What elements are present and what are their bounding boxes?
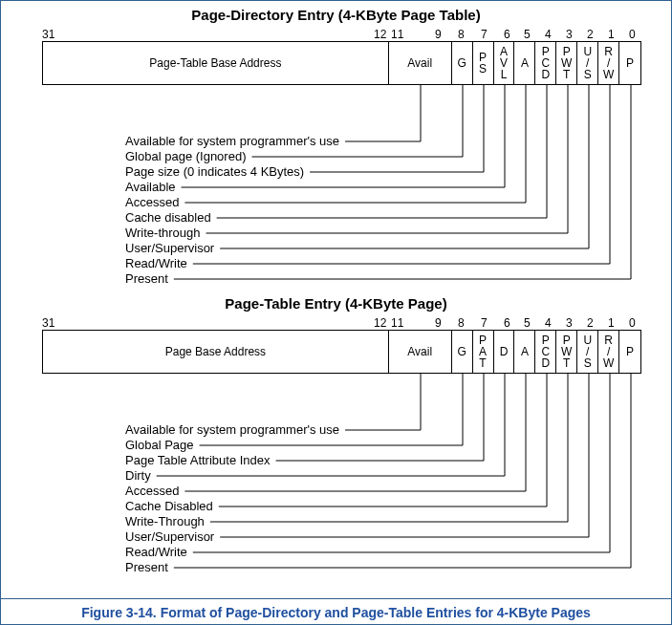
pde-bitnum-6: 6 bbox=[504, 28, 510, 41]
pde-desc-6: Write-through bbox=[125, 226, 201, 239]
pte-pcd: PCD bbox=[535, 331, 556, 373]
pte-desc-3: Dirty bbox=[125, 469, 151, 482]
pde-desc-4: Accessed bbox=[125, 196, 179, 208]
pde-bitnum-3: 3 bbox=[566, 28, 573, 41]
pte-d: D bbox=[494, 331, 515, 373]
pte-bitnum-0: 0 bbox=[629, 316, 636, 330]
pde-bitnum-8: 8 bbox=[458, 28, 465, 41]
pde-desc-3: Available bbox=[125, 181, 176, 193]
pte-base: Page Base Address bbox=[43, 331, 389, 373]
pte-bitnum-6: 6 bbox=[504, 316, 510, 330]
figure-caption: Figure 3-14. Format of Page-Directory an… bbox=[1, 598, 671, 624]
pde-desc-5: Cache disabled bbox=[125, 211, 211, 224]
pte-bitnum-7: 7 bbox=[481, 316, 488, 330]
pte-a: A bbox=[514, 331, 535, 373]
pde-bitnum-5: 5 bbox=[524, 28, 531, 41]
pte-bitnum-1: 1 bbox=[608, 316, 615, 330]
pte-desc-7: User/Supervisor bbox=[125, 530, 214, 543]
pde-bitnum-7: 7 bbox=[481, 28, 488, 41]
pde-desc-9: Present bbox=[125, 272, 168, 285]
pde-bitnum-11: 11 bbox=[391, 28, 403, 41]
pte-bitnum-4: 4 bbox=[545, 316, 552, 330]
pde-title: Page-Directory Entry (4-KByte Page Table… bbox=[1, 7, 671, 23]
pte-desc-1: Global Page bbox=[125, 439, 194, 451]
pte-us: U/S bbox=[577, 331, 598, 373]
pde-base: Page-Table Base Address bbox=[43, 42, 389, 84]
pte-pwt: PWT bbox=[556, 331, 577, 373]
pte-pat: PAT bbox=[473, 331, 494, 373]
pde-a: A bbox=[514, 42, 535, 84]
pte-bitnum-5: 5 bbox=[524, 316, 531, 330]
pte-desc-5: Cache Disabled bbox=[125, 500, 213, 512]
pde-desc-1: Global page (Ignored) bbox=[125, 150, 246, 162]
pte-bitnum-9: 9 bbox=[435, 316, 442, 330]
pte-desc-4: Accessed bbox=[125, 485, 179, 497]
pte-desc-0: Available for system programmer's use bbox=[125, 423, 339, 436]
pde-bitnum-12: 12 bbox=[374, 28, 386, 41]
pte-desc-6: Write-Through bbox=[125, 515, 205, 528]
pte-bitnum-8: 8 bbox=[458, 316, 465, 330]
pte-rw: R/W bbox=[598, 331, 619, 373]
pde-desc-0: Available for system programmer's use bbox=[125, 135, 339, 147]
pde-rw: R/W bbox=[598, 42, 619, 84]
pde-pwt: PWT bbox=[556, 42, 577, 84]
pde-bitnum-1: 1 bbox=[608, 28, 615, 41]
pde-pcd: PCD bbox=[535, 42, 556, 84]
pte-desc-9: Present bbox=[125, 561, 168, 573]
pde-bitnum-2: 2 bbox=[587, 28, 594, 41]
pde-avail: Avail bbox=[389, 42, 452, 84]
pte-bitfield: Page Base Address Avail G PAT D A PCD PW… bbox=[42, 330, 641, 374]
pte-desc-2: Page Table Attribute Index bbox=[125, 454, 271, 466]
pde-p: P bbox=[619, 42, 640, 84]
pte-avail: Avail bbox=[389, 331, 452, 373]
pte-bitnum-31: 31 bbox=[42, 316, 54, 330]
pde-ps: PS bbox=[473, 42, 494, 84]
pte-bitnum-12: 12 bbox=[374, 316, 386, 330]
pte-title: Page-Table Entry (4-KByte Page) bbox=[1, 295, 671, 312]
pde-bitfield: Page-Table Base Address Avail G PS AVL A… bbox=[42, 41, 641, 85]
pde-bitnum-31: 31 bbox=[42, 28, 54, 41]
pde-g: G bbox=[452, 42, 473, 84]
pde-us: U/S bbox=[577, 42, 598, 84]
pde-desc-8: Read/Write bbox=[125, 257, 187, 269]
pde-desc-2: Page size (0 indicates 4 KBytes) bbox=[125, 165, 304, 178]
pde-bitnum-4: 4 bbox=[545, 28, 552, 41]
pte-g: G bbox=[452, 331, 473, 373]
pde-desc-7: User/Supervisor bbox=[125, 242, 214, 254]
pde-bitnum-0: 0 bbox=[629, 28, 636, 41]
pde-avl: AVL bbox=[494, 42, 515, 84]
pte-bitnum-3: 3 bbox=[566, 316, 573, 330]
pte-desc-8: Read/Write bbox=[125, 546, 187, 558]
pte-p: P bbox=[619, 331, 640, 373]
pte-bitnum-2: 2 bbox=[587, 316, 594, 330]
pte-bitnum-11: 11 bbox=[391, 316, 403, 330]
pde-bitnum-9: 9 bbox=[435, 28, 442, 41]
